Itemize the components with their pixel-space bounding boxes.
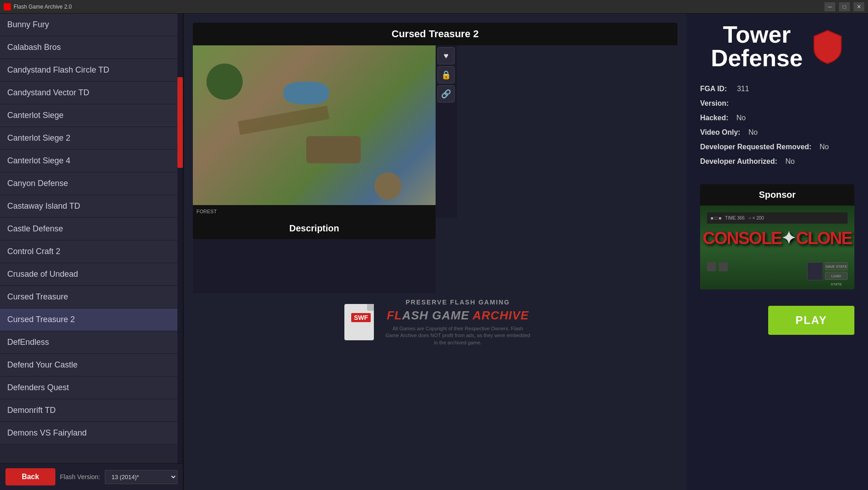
titlebar: Flash Game Archive 2.0 ─ □ ✕ xyxy=(0,0,868,14)
app-title: Flash Game Archive 2.0 xyxy=(14,4,72,10)
swf-label: SWF xyxy=(351,313,371,322)
dev-removed-label: Developer Requested Removed: xyxy=(700,143,811,151)
scrollbar-track xyxy=(177,14,183,463)
dev-removed-value: No xyxy=(819,143,829,151)
play-button[interactable]: PLAY xyxy=(768,306,854,335)
favorite-button[interactable]: ♥ xyxy=(437,47,455,64)
dev-authorized-row: Developer Authorized: No xyxy=(700,156,854,167)
sidebar-item-demons-vs-fairyland[interactable]: Demons VS Fairyland xyxy=(0,422,183,445)
heart-icon: ♥ xyxy=(444,51,449,61)
flash-version-label: Flash Version: xyxy=(60,473,100,480)
logo-area: SWF PRESERVE FLASH GAMING FLASH GAME ARC… xyxy=(193,294,677,346)
minimize-button[interactable]: ─ xyxy=(824,2,835,11)
video-only-row: Video Only: No xyxy=(700,127,854,138)
archive-text: ARCHIVE xyxy=(473,309,529,322)
sidebar-list: Bunny FuryCalabash BrosCandystand Flash … xyxy=(0,14,183,463)
fga-id-label: FGA ID: xyxy=(700,85,727,93)
video-only-value: No xyxy=(748,128,757,136)
game-area: FOREST ♥ 🔒 🔗 xyxy=(193,45,677,218)
link-button[interactable]: 🔗 xyxy=(437,85,455,103)
fga-name: FLASH GAME ARCHIVE xyxy=(385,307,530,323)
description-content xyxy=(193,239,436,294)
game-title-bar: Cursed Treasure 2 xyxy=(193,23,677,45)
game-text: ASH xyxy=(402,309,432,322)
sidebar-item-canterlot-siege[interactable]: Canterlot Siege xyxy=(0,104,183,127)
sidebar-item-castle-defense[interactable]: Castle Defense xyxy=(0,218,183,240)
game-info: FGA ID: 311 Version: Hacked: No Video On… xyxy=(700,83,854,171)
sidebar-item-defend-your-castle[interactable]: Defend Your Castle xyxy=(0,354,183,377)
sidebar-item-castaway-island-td[interactable]: Castaway Island TD xyxy=(0,195,183,218)
version-label: Version: xyxy=(700,99,729,107)
fga-id-row: FGA ID: 311 xyxy=(700,83,854,94)
close-button[interactable]: ✕ xyxy=(853,2,864,11)
sidebar-item-bunny-fury[interactable]: Bunny Fury xyxy=(0,14,183,36)
genre-title: Tower Defense xyxy=(711,23,803,70)
sidebar-item-crusade-of-undead[interactable]: Crusade of Undead xyxy=(0,263,183,286)
scrollbar-thumb[interactable] xyxy=(177,77,183,168)
forest-label: FOREST xyxy=(196,209,217,214)
flash-text: FL xyxy=(387,309,402,322)
lock-icon: 🔒 xyxy=(441,70,451,80)
version-row: Version: xyxy=(700,98,854,109)
flash-version-select[interactable]: 13 (2014)*11 (2012)10 (2009)9 (2006) xyxy=(105,470,177,484)
sidebar-item-canterlot-siege-2[interactable]: Canterlot Siege 2 xyxy=(0,127,183,150)
sidebar-item-cursed-treasure-2[interactable]: Cursed Treasure 2 xyxy=(0,309,183,331)
sponsor-image: ■ □ ■ TIME 366 ○ × 200 CONSOLE✦CLONE SAV… xyxy=(700,206,854,289)
sidebar-item-defendless[interactable]: DefEndless xyxy=(0,331,183,354)
game-text2: GAME xyxy=(432,309,472,322)
hacked-label: Hacked: xyxy=(700,114,728,122)
game-screenshot: FOREST xyxy=(193,45,436,218)
description-bar: Description xyxy=(193,218,436,239)
lock-button[interactable]: 🔒 xyxy=(437,66,455,83)
sidebar-item-control-craft-2[interactable]: Control Craft 2 xyxy=(0,240,183,263)
genre-line1: Tower xyxy=(711,23,803,46)
hacked-row: Hacked: No xyxy=(700,113,854,123)
genre-header: Tower Defense xyxy=(700,23,854,70)
sponsor-logo: CONSOLE✦CLONE xyxy=(700,228,854,248)
link-icon: 🔗 xyxy=(441,89,451,99)
dev-authorized-value: No xyxy=(785,157,794,165)
restore-button[interactable]: □ xyxy=(839,2,850,11)
right-panel: Tower Defense FGA ID: 311 Version: Hacke… xyxy=(687,14,868,490)
sidebar-item-candystand-flash-circle-td[interactable]: Candystand Flash Circle TD xyxy=(0,59,183,82)
sidebar-item-cursed-treasure[interactable]: Cursed Treasure xyxy=(0,286,183,309)
sidebar-item-canterlot-siege-4[interactable]: Canterlot Siege 4 xyxy=(0,150,183,172)
sidebar-item-defenders-quest[interactable]: Defenders Quest xyxy=(0,377,183,399)
preserve-text: PRESERVE FLASH GAMING xyxy=(385,298,530,307)
copyright-text: All Games are Copyright of their Respect… xyxy=(385,325,530,346)
window-controls: ─ □ ✕ xyxy=(824,2,864,11)
sidebar-bottom: Back Flash Version: 13 (2014)*11 (2012)1… xyxy=(0,463,183,490)
video-only-label: Video Only: xyxy=(700,128,740,136)
sidebar: Bunny FuryCalabash BrosCandystand Flash … xyxy=(0,14,184,490)
sponsor-section: Sponsor ■ □ ■ TIME 366 ○ × 200 CONSOLE✦C… xyxy=(700,184,854,289)
play-button-container: PLAY xyxy=(700,297,854,335)
hacked-value: No xyxy=(736,114,745,122)
dev-removed-row: Developer Requested Removed: No xyxy=(700,142,854,152)
back-button[interactable]: Back xyxy=(5,468,55,485)
genre-line2: Defense xyxy=(711,46,803,70)
app-icon xyxy=(4,3,11,10)
fga-logo: SWF PRESERVE FLASH GAMING FLASH GAME ARC… xyxy=(340,298,530,346)
sidebar-item-calabash-bros[interactable]: Calabash Bros xyxy=(0,36,183,59)
swf-logo-container: SWF xyxy=(340,302,381,343)
sidebar-item-candystand-vector-td[interactable]: Candystand Vector TD xyxy=(0,82,183,104)
sponsor-title: Sponsor xyxy=(700,184,854,206)
shield-icon xyxy=(812,28,843,64)
game-panel: Cursed Treasure 2 FOREST ♥ xyxy=(184,14,687,490)
sidebar-item-canyon-defense[interactable]: Canyon Defense xyxy=(0,172,183,195)
logo-text: PRESERVE FLASH GAMING FLASH GAME ARCHIVE… xyxy=(385,298,530,346)
sidebar-item-demonrift-td[interactable]: Demonrift TD xyxy=(0,399,183,422)
sponsor-ui-bar: ■ □ ■ TIME 366 ○ × 200 xyxy=(711,216,764,220)
main-content: Cursed Treasure 2 FOREST ♥ xyxy=(184,14,687,490)
main-app: Bunny FuryCalabash BrosCandystand Flash … xyxy=(0,14,868,490)
fga-id-value: 311 xyxy=(737,85,749,93)
dev-authorized-label: Developer Authorized: xyxy=(700,157,777,165)
game-sidebar-buttons: ♥ 🔒 🔗 xyxy=(436,45,457,218)
